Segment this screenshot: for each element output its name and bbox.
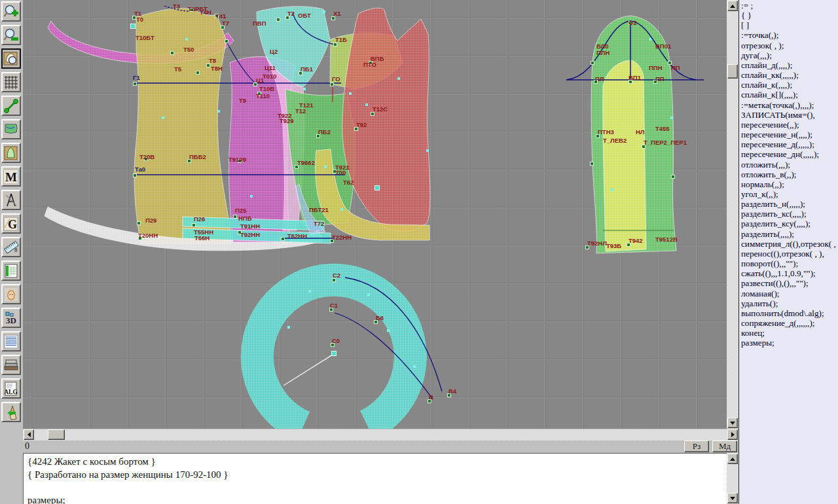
point-marker[interactable] — [334, 43, 337, 46]
pattern-piece-icon[interactable] — [1, 143, 21, 163]
command-template[interactable]: сплайн_к[](,,,,); — [741, 90, 838, 99]
scroll-up-icon[interactable] — [727, 1, 738, 11]
command-template[interactable]: пересечение_д(,,,,,); — [741, 139, 838, 149]
command-template[interactable]: размеры; — [741, 338, 838, 348]
point-marker-cyan[interactable] — [303, 88, 306, 90]
point-marker-cyan[interactable] — [413, 365, 416, 368]
point-marker[interactable] — [171, 52, 174, 55]
point-marker[interactable] — [207, 64, 210, 67]
reference-books-icon[interactable] — [1, 355, 21, 375]
point-marker[interactable] — [234, 215, 237, 219]
point-marker-cyan[interactable] — [323, 10, 325, 13]
zoom-out-icon[interactable] — [1, 25, 21, 45]
command-template[interactable]: угол_к(,,); — [741, 189, 838, 199]
point-marker[interactable] — [225, 40, 228, 43]
point-marker-cyan[interactable] — [324, 166, 327, 168]
view-3d-icon[interactable]: 3D — [1, 308, 21, 328]
point-marker[interactable] — [282, 238, 285, 241]
command-template[interactable]: сплайн_кк(,,,,,); — [741, 70, 838, 80]
command-template[interactable]: перенос((),отрезок( , ), — [741, 249, 838, 259]
grid-icon[interactable] — [1, 72, 21, 92]
command-template[interactable]: отложить(,,,); — [741, 160, 838, 170]
command-template[interactable]: :=точка(,); — [741, 30, 838, 40]
point-marker[interactable] — [591, 62, 594, 65]
point-marker-cyan[interactable] — [349, 92, 352, 95]
measure-icon[interactable] — [1, 96, 21, 116]
point-marker-cyan[interactable] — [308, 290, 311, 293]
rz-button[interactable]: Рз — [684, 441, 709, 452]
map-icon[interactable] — [1, 119, 21, 139]
point-marker[interactable] — [134, 82, 137, 86]
selected-point-marker[interactable] — [131, 24, 136, 29]
horizontal-scroll-thumb[interactable] — [48, 429, 65, 440]
back-piece-mesh[interactable] — [134, 9, 232, 243]
point-marker-cyan[interactable] — [250, 195, 253, 198]
collar-radius-line[interactable] — [283, 353, 335, 386]
command-template[interactable]: конец; — [741, 328, 838, 338]
command-template[interactable]: пересечение_дн(,,,,,); — [741, 149, 838, 159]
command-template[interactable]: разделить(,,,,); — [741, 229, 838, 239]
letter-m-icon[interactable]: M — [1, 166, 21, 187]
scroll-down-icon[interactable] — [727, 493, 738, 503]
drawing-canvas[interactable]: Т1Т0Т3Т3РБТТ4НТ41Т7Т10БТТ50Т8Т8НТ5Г1Т9Т2… — [23, 0, 727, 429]
point-marker-cyan[interactable] — [340, 208, 343, 211]
command-template[interactable]: нормаль(,,); — [741, 179, 838, 189]
command-template[interactable]: сжать((),,,1.1,0.9,""); — [741, 268, 838, 278]
point-marker-cyan[interactable] — [365, 103, 368, 106]
command-template[interactable]: := ; — [741, 1, 838, 10]
scroll-down-icon[interactable] — [727, 418, 738, 428]
point-marker[interactable] — [332, 17, 335, 20]
point-marker-cyan[interactable] — [387, 329, 390, 332]
point-marker[interactable] — [672, 175, 675, 179]
alg-document-icon[interactable]: ALG — [1, 378, 21, 399]
sleeve-under-mesh[interactable] — [603, 60, 646, 251]
clean-broom-icon[interactable] — [1, 402, 21, 422]
command-reference-panel[interactable]: := ;{ }[ ]:=точка(,);отрезок( , );дуга(,… — [738, 0, 838, 504]
point-marker-cyan[interactable] — [611, 189, 613, 191]
text-list-icon[interactable] — [1, 331, 21, 351]
command-template[interactable]: разделить_кс(,,,,); — [741, 209, 838, 219]
command-template[interactable]: сплайн_к(,,,,); — [741, 80, 838, 90]
preview-pattern-icon[interactable] — [1, 48, 21, 69]
command-template[interactable]: :=метка(точка(,),,,,); — [741, 100, 838, 110]
md-button[interactable]: Мд — [712, 441, 737, 452]
point-marker[interactable] — [192, 224, 196, 227]
scroll-right-icon[interactable] — [727, 429, 738, 440]
canvas-horizontal-scrollbar[interactable] — [23, 429, 738, 441]
point-marker[interactable] — [277, 18, 280, 22]
point-marker[interactable] — [137, 222, 141, 225]
model-photo-icon[interactable] — [1, 284, 21, 304]
point-marker[interactable] — [591, 162, 594, 166]
command-template[interactable]: сплайн_д(,,,,); — [741, 60, 838, 70]
command-template[interactable]: { } — [741, 10, 838, 20]
command-template[interactable]: развести((),(),,,""); — [741, 278, 838, 288]
program-text-area[interactable]: {4242 Жакет с косым бортом }{ Разработан… — [23, 453, 727, 504]
command-template[interactable]: разделить_н(,,,,,); — [741, 199, 838, 209]
point-marker-cyan[interactable] — [649, 38, 651, 41]
drafting-tools-icon[interactable] — [1, 190, 21, 210]
command-template[interactable]: симметрия_л((),отрезок( , )); — [741, 239, 838, 249]
point-marker-cyan[interactable] — [426, 149, 429, 152]
ruler-icon[interactable]: 8 — [1, 237, 21, 257]
point-marker-cyan[interactable] — [367, 293, 370, 296]
command-template[interactable]: [ ] — [741, 20, 838, 30]
point-marker[interactable] — [331, 83, 334, 86]
command-template[interactable]: отрезок( , ); — [741, 41, 838, 50]
selected-point-marker[interactable] — [375, 186, 380, 190]
point-marker-cyan[interactable] — [670, 117, 673, 119]
selected-point-marker[interactable] — [332, 351, 337, 356]
command-template[interactable]: разделить_ксу(,,,,); — [741, 219, 838, 228]
front-piece-mesh[interactable] — [342, 8, 430, 232]
command-template[interactable]: удалить(); — [741, 298, 838, 308]
command-template[interactable]: ЗАПИСАТЬ(имя=(), — [741, 110, 838, 120]
vertical-scroll-thumb[interactable] — [727, 64, 738, 79]
point-marker-cyan[interactable] — [397, 77, 400, 80]
size-table-icon[interactable] — [1, 261, 21, 281]
zoom-in-icon[interactable] — [1, 1, 21, 22]
scroll-left-icon[interactable] — [24, 429, 34, 440]
command-template[interactable]: выполнить(dmod\.alg); — [741, 308, 838, 318]
scroll-up-icon[interactable] — [727, 454, 738, 464]
command-template[interactable]: сопряжение_д(,,,,,,); — [741, 318, 838, 328]
text-vertical-scrollbar[interactable] — [727, 453, 738, 504]
point-marker-cyan[interactable] — [217, 110, 220, 113]
